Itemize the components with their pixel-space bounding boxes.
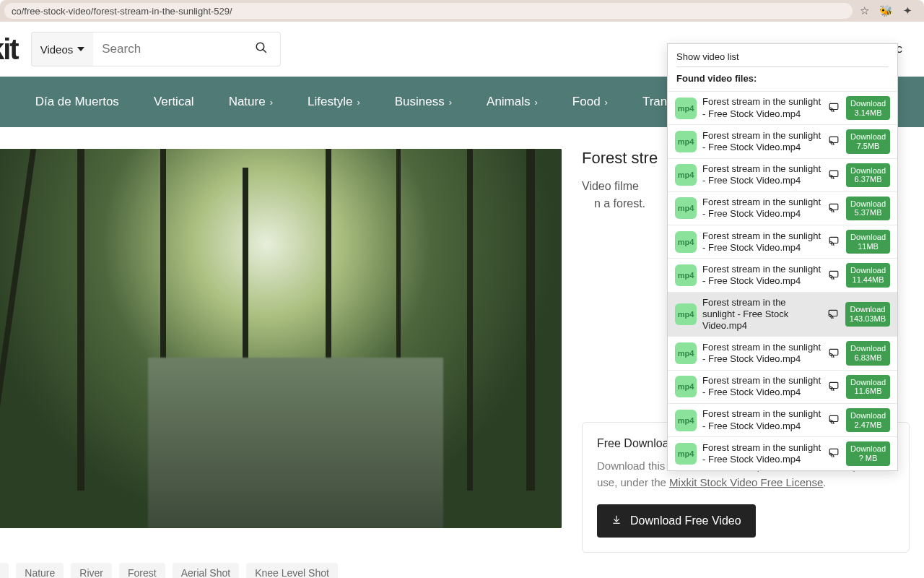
cast-icon[interactable] bbox=[827, 202, 840, 215]
format-badge: mp4 bbox=[675, 164, 697, 186]
format-badge: mp4 bbox=[675, 98, 697, 119]
cast-icon[interactable] bbox=[827, 447, 840, 460]
download-file-button[interactable]: Download6.37MB bbox=[846, 163, 890, 187]
cast-icon[interactable] bbox=[827, 269, 840, 282]
format-badge: mp4 bbox=[675, 376, 697, 397]
cast-icon[interactable] bbox=[827, 309, 840, 321]
site-logo[interactable]: kit bbox=[0, 33, 18, 66]
browser-actions: ☆ 🐝 ✦ bbox=[853, 4, 920, 17]
category-item[interactable]: Lifestyle› bbox=[308, 95, 360, 109]
chevron-right-icon: › bbox=[270, 97, 273, 108]
search-icon[interactable] bbox=[255, 41, 268, 58]
download-file-button[interactable]: Download6.83MB bbox=[846, 341, 890, 365]
file-name: Forest stream in the sunlight - Free Sto… bbox=[702, 342, 821, 366]
download-file-button[interactable]: Download3.14MB bbox=[846, 96, 890, 120]
file-name: Forest stream in the sunlight - Free Sto… bbox=[702, 408, 821, 432]
format-badge: mp4 bbox=[675, 264, 697, 286]
url-text: co/free-stock-video/forest-stream-in-the… bbox=[12, 6, 232, 17]
format-badge: mp4 bbox=[675, 131, 697, 152]
svg-rect-3 bbox=[829, 137, 838, 143]
ext-show-list[interactable]: Show video list bbox=[676, 51, 889, 67]
tag[interactable]: Tree bbox=[0, 563, 9, 579]
chevron-down-icon bbox=[77, 47, 84, 51]
format-badge: mp4 bbox=[675, 443, 697, 465]
format-badge: mp4 bbox=[675, 231, 697, 253]
extension-icon[interactable]: 🐝 bbox=[879, 4, 893, 17]
category-item[interactable]: ween bbox=[0, 95, 1, 109]
category-item[interactable]: Business› bbox=[395, 95, 452, 109]
download-button[interactable]: Download Free Video bbox=[597, 504, 756, 538]
url-bar[interactable]: co/free-stock-video/forest-stream-in-the… bbox=[4, 3, 853, 19]
svg-line-1 bbox=[263, 49, 267, 53]
category-item[interactable]: Día de Muertos bbox=[35, 95, 119, 109]
ext-file-row[interactable]: mp4Forest stream in the sunlight - Free … bbox=[668, 225, 897, 258]
video-preview[interactable] bbox=[0, 149, 562, 528]
extension-popup: Show video list Found video files: mp4Fo… bbox=[667, 43, 898, 471]
tag[interactable]: Nature bbox=[16, 563, 64, 579]
ext-found-label: Found video files: bbox=[676, 67, 889, 87]
ext-file-row[interactable]: mp4Forest stream in the sunlight - Free … bbox=[668, 124, 897, 158]
cast-icon[interactable] bbox=[827, 381, 840, 393]
ext-file-row[interactable]: mp4Forest stream in the sunlight - Free … bbox=[668, 336, 897, 369]
cast-icon[interactable] bbox=[827, 236, 840, 248]
cast-icon[interactable] bbox=[827, 135, 840, 147]
ext-file-row[interactable]: mp4Forest stream in the sunlight - Free … bbox=[668, 158, 897, 191]
chevron-right-icon: › bbox=[535, 97, 538, 108]
category-item[interactable]: Food› bbox=[572, 95, 608, 109]
file-name: Forest stream in the sunlight - Free Sto… bbox=[702, 163, 821, 187]
format-badge: mp4 bbox=[675, 342, 697, 364]
download-file-button[interactable]: Download5.37MB bbox=[846, 197, 890, 220]
file-name: Forest stream in the sunlight - Free Sto… bbox=[702, 130, 821, 154]
license-link[interactable]: Mixkit Stock Video Free License bbox=[669, 476, 823, 488]
cast-icon[interactable] bbox=[827, 102, 840, 114]
svg-rect-6 bbox=[829, 238, 838, 243]
download-file-button[interactable]: Download? MB bbox=[846, 441, 890, 465]
star-icon[interactable]: ☆ bbox=[860, 4, 869, 17]
svg-point-0 bbox=[257, 43, 265, 51]
cast-icon[interactable] bbox=[827, 169, 840, 181]
tag[interactable]: Knee Level Shot bbox=[246, 563, 338, 579]
svg-rect-9 bbox=[829, 349, 838, 355]
category-item[interactable]: Nature› bbox=[229, 95, 273, 109]
tag[interactable]: Aerial Shot bbox=[173, 563, 239, 579]
download-icon bbox=[611, 514, 622, 527]
download-file-button[interactable]: Download2.47MB bbox=[846, 408, 890, 432]
category-dropdown[interactable]: Videos bbox=[31, 32, 94, 66]
puzzle-icon[interactable]: ✦ bbox=[903, 4, 912, 17]
svg-rect-5 bbox=[829, 204, 838, 210]
category-dropdown-label: Videos bbox=[40, 43, 74, 56]
search-input[interactable] bbox=[93, 32, 281, 66]
tag[interactable]: Forest bbox=[119, 563, 165, 579]
cast-icon[interactable] bbox=[827, 414, 840, 426]
ext-file-row[interactable]: mp4Forest stream in the sunlight - Free … bbox=[668, 370, 897, 403]
file-name: Forest stream in the sunlight - Free Sto… bbox=[702, 96, 821, 120]
tag[interactable]: River bbox=[71, 563, 112, 579]
ext-file-row[interactable]: mp4Forest stream in the sunlight - Free … bbox=[668, 258, 897, 291]
tag-list: TreeNatureRiverForestAerial ShotKnee Lev… bbox=[0, 563, 924, 579]
svg-rect-10 bbox=[829, 382, 838, 388]
category-item[interactable]: Vertical bbox=[154, 95, 194, 109]
file-name: Forest stream in the sunlight - Free Sto… bbox=[702, 297, 821, 332]
download-file-button[interactable]: Download7.5MB bbox=[846, 129, 890, 153]
ext-file-row[interactable]: mp4Forest stream in the sunlight - Free … bbox=[668, 403, 897, 436]
download-button-label: Download Free Video bbox=[630, 514, 741, 527]
ext-file-row[interactable]: mp4Forest stream in the sunlight - Free … bbox=[668, 436, 897, 470]
download-file-button[interactable]: Download11.6MB bbox=[846, 375, 890, 399]
cast-icon[interactable] bbox=[827, 348, 840, 360]
format-badge: mp4 bbox=[675, 410, 697, 431]
svg-rect-12 bbox=[829, 449, 838, 455]
svg-rect-7 bbox=[829, 271, 838, 277]
download-file-button[interactable]: Download11.44MB bbox=[846, 263, 890, 287]
category-item[interactable]: Animals› bbox=[487, 95, 538, 109]
browser-chrome: co/free-stock-video/forest-stream-in-the… bbox=[0, 0, 924, 22]
download-file-button[interactable]: Download11MB bbox=[846, 230, 890, 254]
ext-file-row[interactable]: mp4Forest stream in the sunlight - Free … bbox=[668, 91, 897, 124]
file-name: Forest stream in the sunlight - Free Sto… bbox=[702, 442, 821, 466]
ext-file-row[interactable]: mp4Forest stream in the sunlight - Free … bbox=[668, 292, 897, 337]
file-name: Forest stream in the sunlight - Free Sto… bbox=[702, 375, 821, 399]
download-file-button[interactable]: Download143.03MB bbox=[845, 302, 890, 326]
format-badge: mp4 bbox=[675, 303, 697, 325]
ext-file-row[interactable]: mp4Forest stream in the sunlight - Free … bbox=[668, 191, 897, 225]
chevron-right-icon: › bbox=[449, 97, 452, 108]
chevron-right-icon: › bbox=[605, 97, 608, 108]
